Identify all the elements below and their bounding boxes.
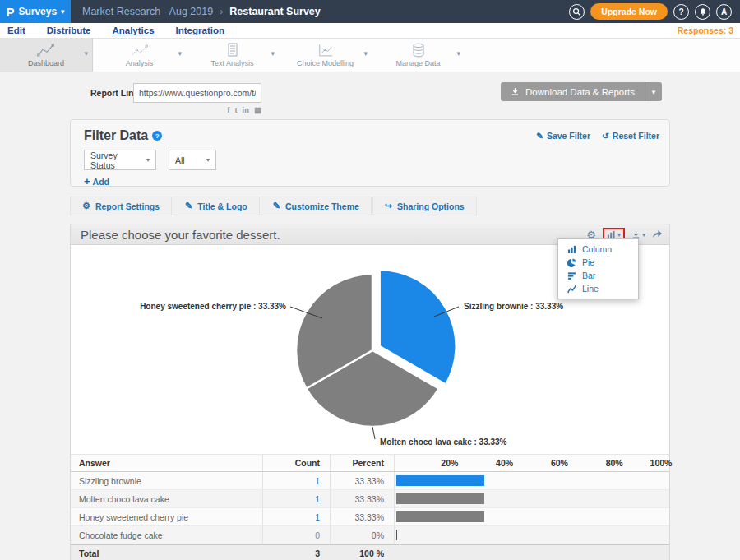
- chevron-down-icon: ▾: [617, 231, 621, 238]
- percent-cell: 33.33%: [330, 508, 394, 525]
- results-table: Answer Count Percent 20% 40% 60% 80% 100…: [71, 454, 669, 560]
- chart-download-button[interactable]: ▾: [631, 230, 645, 239]
- save-filter-link[interactable]: ✎Save Filter: [536, 131, 590, 141]
- toolbar-tab-dashboard[interactable]: Dashboard ▾: [0, 39, 93, 72]
- count-link[interactable]: 1: [262, 490, 330, 507]
- question-title: Please choose your favorite dessert.: [81, 228, 280, 242]
- row-bar: [396, 493, 484, 504]
- count-link[interactable]: 1: [262, 472, 330, 489]
- header-axis: 20% 40% 60% 80% 100%: [394, 455, 669, 471]
- page: P Surveys ▾ Market Research - Aug 2019 ›…: [0, 0, 740, 560]
- filter-help-icon[interactable]: ?: [152, 131, 162, 141]
- axis-tick: 20%: [441, 458, 458, 468]
- axis-tick: 40%: [496, 458, 513, 468]
- nav-item-integration[interactable]: Integration: [176, 25, 224, 35]
- download-data-reports-button[interactable]: Download Data & Reports ▾: [501, 82, 662, 101]
- edit-icon: ✎: [536, 131, 543, 141]
- menu-item-label: Bar: [582, 271, 595, 280]
- table-row: Honey sweetened cherry pie 1 33.33%: [71, 508, 669, 526]
- help-button[interactable]: ?: [673, 4, 689, 20]
- answer-cell: Molten choco lava cake: [71, 494, 262, 504]
- menu-item-pie[interactable]: Pie: [558, 256, 638, 269]
- filter-value-select[interactable]: All ▾: [169, 150, 216, 170]
- pie-label-molten-choco-lava-cake: Molten choco lava cake : 33.33%: [380, 437, 507, 447]
- toolbar-tab-text-analysis[interactable]: Text Analysis ▾: [186, 39, 279, 72]
- page-body: Report Link f t in ▦ Download Data & Rep…: [0, 72, 740, 560]
- analysis-icon: [131, 44, 149, 58]
- download-icon: [631, 230, 641, 239]
- report-link-input[interactable]: [133, 83, 261, 103]
- chevron-down-icon: ▾: [642, 231, 645, 238]
- topbar-actions: Upgrade Now ? A: [569, 3, 740, 20]
- row-bar: [396, 511, 484, 522]
- table-header-row: Answer Count Percent 20% 40% 60% 80% 100…: [71, 454, 669, 472]
- nav-item-analytics[interactable]: Analytics: [112, 25, 154, 35]
- tab-report-settings[interactable]: ⚙ Report Settings: [70, 197, 172, 215]
- pie-chart: [296, 270, 456, 427]
- bar-chart-icon: [607, 230, 616, 239]
- tab-customize-theme[interactable]: ✎ Customize Theme: [261, 197, 372, 215]
- filter-field-select[interactable]: Survey Status ▾: [84, 150, 156, 170]
- row-bar: [396, 530, 397, 540]
- table-row: Chocolate fudge cake 0 0%: [71, 526, 669, 544]
- linkedin-icon[interactable]: in: [243, 106, 249, 114]
- toolbar-tab-choice-modelling[interactable]: Choice Modelling ▾: [279, 39, 372, 72]
- chart-share-button[interactable]: [652, 227, 663, 242]
- avatar[interactable]: A: [716, 4, 732, 20]
- tab-label: Title & Logo: [197, 201, 247, 211]
- social-share-row: f t in ▦: [133, 106, 261, 114]
- content-column: Report Link f t in ▦ Download Data & Rep…: [70, 72, 670, 560]
- choice-modelling-icon: [317, 44, 334, 58]
- questionpro-logo: P: [6, 5, 14, 19]
- notifications-button[interactable]: [695, 4, 710, 20]
- table-row: Molten choco lava cake 1 33.33%: [71, 490, 669, 508]
- pie-label-sizzling-brownie: Sizzling brownie : 33.33%: [464, 302, 563, 311]
- count-link[interactable]: 1: [262, 508, 330, 525]
- embed-icon[interactable]: ▦: [254, 106, 261, 114]
- bell-icon: [699, 7, 707, 16]
- tab-label: Sharing Options: [397, 201, 465, 211]
- edit-icon: ✎: [185, 201, 192, 211]
- download-options-caret[interactable]: ▾: [645, 82, 662, 101]
- chevron-down-icon[interactable]: ▾: [363, 49, 368, 58]
- chevron-down-icon: ▾: [206, 156, 210, 164]
- surveys-menu[interactable]: P Surveys ▾: [0, 0, 71, 23]
- add-filter-button[interactable]: + Add: [71, 170, 120, 187]
- menu-item-bar[interactable]: Bar: [558, 269, 638, 282]
- subnav: Edit Distribute Analytics Integration Re…: [0, 23, 740, 39]
- chart-type-menu: Column Pie Bar Line: [557, 238, 639, 299]
- tab-sharing-options[interactable]: ↪ Sharing Options: [372, 197, 477, 215]
- topbar: P Surveys ▾ Market Research - Aug 2019 ›…: [0, 0, 740, 23]
- table-total-row: Total 3 100 %: [71, 544, 669, 560]
- menu-item-line[interactable]: Line: [558, 282, 638, 295]
- upgrade-now-button[interactable]: Upgrade Now: [590, 3, 668, 20]
- toolbar-tab-manage-data[interactable]: Manage Data ▾: [372, 39, 465, 72]
- dashboard-icon: [37, 44, 55, 58]
- twitter-icon[interactable]: t: [234, 106, 237, 114]
- search-button[interactable]: [569, 4, 585, 20]
- download-icon: [511, 87, 520, 96]
- filter-data-title: Filter Data: [84, 128, 148, 143]
- menu-item-column[interactable]: Column: [558, 243, 638, 256]
- tab-label: Customize Theme: [285, 201, 359, 211]
- toolbar-tab-label: Manage Data: [395, 59, 440, 67]
- reset-filter-link[interactable]: ↺Reset Filter: [602, 131, 659, 141]
- chevron-down-icon[interactable]: ▾: [178, 49, 182, 58]
- count-link[interactable]: 0: [262, 526, 330, 544]
- nav-item-distribute[interactable]: Distribute: [47, 25, 91, 35]
- filter-value-value: All: [175, 155, 185, 165]
- report-settings-tabs: ⚙ Report Settings ✎ Title & Logo ✎ Custo…: [70, 197, 477, 215]
- search-icon: [572, 7, 581, 16]
- tab-title-logo[interactable]: ✎ Title & Logo: [173, 197, 260, 215]
- breadcrumb-parent[interactable]: Market Research - Aug 2019: [82, 6, 213, 17]
- pie-chart-icon: [567, 258, 576, 267]
- chevron-down-icon[interactable]: ▾: [456, 49, 460, 58]
- facebook-icon[interactable]: f: [227, 106, 229, 114]
- chevron-down-icon: ▾: [146, 156, 150, 164]
- toolbar-tab-analysis[interactable]: Analysis ▾: [93, 39, 186, 72]
- toolbar-tab-label: Text Analysis: [210, 59, 253, 67]
- chevron-down-icon[interactable]: ▾: [84, 49, 88, 58]
- toolbar-tab-label: Analysis: [126, 59, 154, 67]
- nav-item-edit[interactable]: Edit: [7, 25, 25, 35]
- chevron-down-icon[interactable]: ▾: [271, 49, 275, 58]
